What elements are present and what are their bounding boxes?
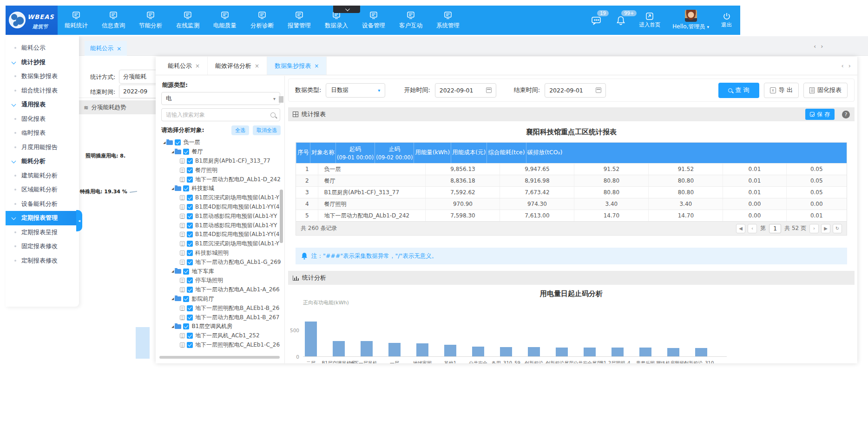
query-button[interactable]: 查 询 <box>718 83 759 98</box>
checkbox-checked[interactable] <box>187 250 193 256</box>
table-row[interactable]: 2 餐厅 8,836.18 8,916.98 80.80 80.80 0.01 … <box>296 175 847 186</box>
tree-node[interactable]: ◢ 餐厅照明 <box>161 165 281 175</box>
nav-menu-item[interactable]: 能耗统计 <box>58 6 95 35</box>
column-header[interactable]: 对象名称 <box>310 143 335 163</box>
checkbox-checked[interactable] <box>183 185 189 191</box>
vertical-scrollbar-thumb[interactable] <box>280 190 283 243</box>
tree-node[interactable]: ◢ B1层动感影院用电预留(ALb1-YY <box>161 221 281 230</box>
tree-node[interactable]: ◢ 停车场照明 <box>161 276 281 285</box>
table-row[interactable]: 3 B1层厨房(APb1-CF)_313_77 7,592.62 7,673.4… <box>296 186 847 198</box>
checkbox-checked[interactable] <box>187 213 193 219</box>
search-icon[interactable] <box>270 112 276 118</box>
nav-menu-item[interactable]: 在线监测 <box>169 6 206 35</box>
checkbox-checked[interactable] <box>187 333 193 339</box>
tree-node[interactable]: ◢ 地下一层动力配电A_ALb1-A_266 <box>161 285 281 295</box>
tree-node[interactable]: ◢ B1层动感影院用电预留(ALb1-YY <box>161 211 281 221</box>
column-header[interactable]: 起码 (09-01 00:00) <box>335 143 375 163</box>
tree-node[interactable]: ◢ 负一层 <box>161 138 281 147</box>
checkbox-checked[interactable] <box>187 241 193 247</box>
tree-node[interactable]: ◢ 地下一层风机_ACb1_252 <box>161 331 281 341</box>
nav-menu-item[interactable]: 报警管理 <box>281 6 318 35</box>
checkbox-checked[interactable] <box>187 259 193 265</box>
energy-type-select[interactable]: 电 ▾ <box>161 92 280 105</box>
checkbox-checked[interactable] <box>175 139 181 145</box>
window-tab[interactable]: 能效评估分析 × <box>208 57 267 75</box>
table-row[interactable]: 5 地下一层动力配电D_ALb1-D_242 7,598.30 7,613.00… <box>296 210 847 221</box>
nav-menu-item[interactable]: 节能分析 <box>132 6 169 35</box>
page-number-input[interactable] <box>769 224 781 233</box>
column-header[interactable]: 用能量(kWh) <box>414 143 451 163</box>
data-type-select[interactable]: 日数据 ▾ <box>326 83 385 98</box>
tab-energy-publicity[interactable]: 能耗公示 × <box>85 41 127 56</box>
logout-button[interactable]: 退出 <box>721 12 732 28</box>
nav-menu-item[interactable]: 电能质量 <box>206 6 243 35</box>
sidebar-item[interactable]: 临时报表 <box>6 126 79 140</box>
checkbox-checked[interactable] <box>187 287 193 293</box>
table-row[interactable]: 4 餐厅照明 970.90 974.30 3.40 3.40 0.00 0.00 <box>296 198 847 210</box>
sidebar-item[interactable]: 月度用能报告 <box>6 140 79 155</box>
scroll-left-icon[interactable]: ‹ <box>842 62 844 69</box>
scroll-right-icon[interactable]: › <box>821 43 823 50</box>
sidebar-item[interactable]: 定期报表管理 <box>6 211 79 225</box>
sidebar-item[interactable]: 定制报表修改 <box>6 254 79 268</box>
last-page-button[interactable]: ▶ <box>821 224 830 233</box>
nav-menu-item[interactable]: 系统管理 <box>429 6 467 35</box>
checkbox-checked[interactable] <box>183 269 189 275</box>
sidebar-item[interactable]: 统计抄报 <box>6 55 79 70</box>
checkbox-checked[interactable] <box>187 231 193 237</box>
tree-node[interactable]: ◢ B1层空调风机房 <box>161 322 281 331</box>
checkbox-checked[interactable] <box>187 177 193 183</box>
tree-node[interactable]: ◢ 影院前厅 <box>161 295 281 304</box>
tree-node[interactable]: ◢ B1层沉浸式剧场用电预留(ALb1-Y <box>161 193 281 203</box>
checkbox-checked[interactable] <box>187 167 193 173</box>
nav-dropdown-indicator[interactable] <box>333 6 360 13</box>
nav-menu-item[interactable]: 分析诊断 <box>243 6 281 35</box>
tree-node[interactable]: ◢ 地下一层照明配电B_ALEb1-B_26 <box>161 303 281 313</box>
sidebar-item[interactable]: 固定报表修改 <box>6 239 79 254</box>
solidify-report-button[interactable]: 固化报表 <box>803 83 848 98</box>
end-time-input[interactable]: 2022-09 <box>119 85 156 99</box>
export-button[interactable]: x 导 出 <box>764 83 799 98</box>
checkbox-checked[interactable] <box>187 342 193 348</box>
home-button[interactable]: 进入首页 <box>639 12 660 28</box>
checkbox-checked[interactable] <box>187 204 193 210</box>
tree-node[interactable]: ◢ B1层4D影院用电预留(ALb1-YY(4 <box>161 203 281 212</box>
column-header[interactable]: 碳排放(tCO₂) <box>526 143 564 163</box>
tree-node[interactable]: ◢ 科技影城 <box>161 184 281 193</box>
next-page-button[interactable]: › <box>809 224 819 233</box>
prev-page-button[interactable]: ‹ <box>748 224 757 233</box>
close-icon[interactable]: × <box>117 45 121 52</box>
calendar-icon[interactable] <box>596 87 601 93</box>
window-tab[interactable]: 数据集抄报表 × <box>267 57 327 75</box>
checkbox-checked[interactable] <box>187 195 193 201</box>
sidebar-item[interactable]: 组合统计报表 <box>6 84 79 98</box>
expand-caret-icon[interactable]: ◢ <box>171 269 174 273</box>
checkbox-checked[interactable] <box>183 296 189 302</box>
close-icon[interactable]: × <box>255 57 259 75</box>
sidebar-item[interactable]: 区域能耗分析 <box>6 183 79 197</box>
table-row[interactable]: 1 负一层 9,856.13 9,947.65 91.52 91.52 0.01… <box>296 163 847 175</box>
sidebar-item[interactable]: 建筑能耗分析 <box>6 169 79 183</box>
checkbox-checked[interactable] <box>183 323 189 329</box>
scroll-right-icon[interactable]: › <box>848 62 851 69</box>
expand-caret-icon[interactable]: ◢ <box>171 297 174 301</box>
tree-node[interactable]: ◢ 地下一层动力配电G_ALb1-G_269 <box>161 257 281 267</box>
select-all-button[interactable]: 全选 <box>231 125 249 135</box>
nav-menu-item[interactable]: 信息查询 <box>95 6 132 35</box>
checkbox-checked[interactable] <box>183 149 189 155</box>
checkbox-checked[interactable] <box>187 277 193 283</box>
help-button[interactable]: ? <box>842 111 850 118</box>
sidebar-collapse-button[interactable]: ◂ <box>76 210 82 231</box>
sidebar-item[interactable]: 通用报表 <box>6 98 79 112</box>
column-header[interactable]: 用能成本(元) <box>451 143 487 163</box>
tree-node[interactable]: ◢ 地下一层照明配电C_ALEb1-C_26 <box>161 341 281 350</box>
tree-node[interactable]: ◢ 地下一层动力配电D_ALb1-D_242 <box>161 175 281 184</box>
scroll-left-icon[interactable]: ‹ <box>814 43 816 50</box>
window-tab[interactable]: 能耗公示 × <box>160 57 208 75</box>
sidebar-item[interactable]: 能耗分析 <box>6 154 79 169</box>
tree-node[interactable]: ◢ 地下一层动力配电B_ALb1-B_267 <box>161 313 281 322</box>
checkbox-checked[interactable] <box>187 305 193 311</box>
expand-caret-icon[interactable]: ◢ <box>171 325 174 328</box>
messages-button[interactable]: 19 <box>591 14 603 26</box>
calendar-icon[interactable] <box>486 87 492 93</box>
